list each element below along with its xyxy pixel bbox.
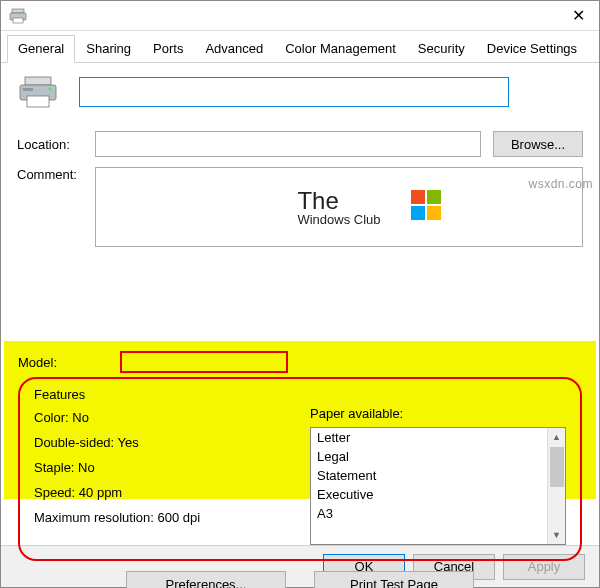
svg-point-7 bbox=[48, 87, 51, 90]
feature-double-sided: Double-sided: Yes bbox=[34, 435, 290, 450]
scroll-down-icon[interactable]: ▼ bbox=[548, 526, 565, 544]
feature-color: Color: No bbox=[34, 410, 290, 425]
tab-general[interactable]: General bbox=[7, 35, 75, 63]
tab-content: Location: Browse... Comment: The Windows… bbox=[1, 63, 599, 545]
svg-point-3 bbox=[22, 14, 24, 16]
tab-sharing[interactable]: Sharing bbox=[75, 35, 142, 62]
printer-properties-window: ✕ General Sharing Ports Advanced Color M… bbox=[0, 0, 600, 588]
logo-square-icon bbox=[411, 190, 441, 220]
tab-strip: General Sharing Ports Advanced Color Man… bbox=[1, 31, 599, 63]
model-value-redacted bbox=[120, 351, 288, 373]
tab-device-settings[interactable]: Device Settings bbox=[476, 35, 588, 62]
preferences-button[interactable]: Preferences... bbox=[126, 571, 286, 588]
list-item[interactable]: Letter bbox=[317, 430, 541, 445]
model-label: Model: bbox=[18, 355, 120, 370]
watermark-logo: The Windows Club bbox=[297, 188, 380, 227]
svg-rect-8 bbox=[23, 88, 33, 91]
feature-speed: Speed: 40 ppm bbox=[34, 485, 290, 500]
feature-resolution: Maximum resolution: 600 dpi bbox=[34, 510, 290, 525]
comment-input[interactable]: The Windows Club bbox=[95, 167, 583, 247]
list-item[interactable]: A3 bbox=[317, 506, 541, 521]
svg-rect-10 bbox=[427, 190, 441, 204]
svg-rect-9 bbox=[411, 190, 425, 204]
svg-rect-12 bbox=[427, 206, 441, 220]
list-item[interactable]: Statement bbox=[317, 468, 541, 483]
svg-rect-0 bbox=[12, 9, 24, 13]
tab-ports[interactable]: Ports bbox=[142, 35, 194, 62]
features-group: Features Color: No Double-sided: Yes Sta… bbox=[18, 377, 582, 561]
close-button[interactable]: ✕ bbox=[566, 6, 591, 25]
tab-advanced[interactable]: Advanced bbox=[194, 35, 274, 62]
paper-listbox[interactable]: Letter Legal Statement Executive A3 ▲ ▼ bbox=[310, 427, 566, 545]
features-title: Features bbox=[34, 387, 566, 402]
print-test-page-button[interactable]: Print Test Page bbox=[314, 571, 474, 588]
scrollbar[interactable]: ▲ ▼ bbox=[547, 428, 565, 544]
list-item[interactable]: Legal bbox=[317, 449, 541, 464]
printer-icon bbox=[9, 8, 27, 24]
svg-rect-2 bbox=[13, 18, 23, 23]
feature-staple: Staple: No bbox=[34, 460, 290, 475]
location-input[interactable] bbox=[95, 131, 481, 157]
list-item[interactable]: Executive bbox=[317, 487, 541, 502]
comment-label: Comment: bbox=[17, 167, 95, 182]
svg-rect-6 bbox=[27, 96, 49, 107]
highlight-region: Model: Features Color: No Double-sided: … bbox=[4, 341, 596, 499]
paper-available-label: Paper available: bbox=[310, 406, 566, 421]
scroll-up-icon[interactable]: ▲ bbox=[548, 428, 565, 446]
svg-rect-11 bbox=[411, 206, 425, 220]
tab-color-management[interactable]: Color Management bbox=[274, 35, 407, 62]
printer-name-input[interactable] bbox=[79, 77, 509, 107]
location-label: Location: bbox=[17, 137, 95, 152]
svg-rect-4 bbox=[25, 77, 51, 85]
scroll-thumb[interactable] bbox=[550, 447, 564, 487]
tab-security[interactable]: Security bbox=[407, 35, 476, 62]
printer-large-icon bbox=[17, 75, 59, 109]
titlebar: ✕ bbox=[1, 1, 599, 31]
browse-button[interactable]: Browse... bbox=[493, 131, 583, 157]
